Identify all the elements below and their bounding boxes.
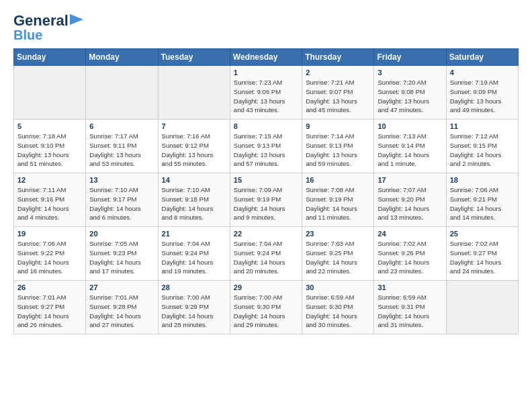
calendar-day-cell: 21Sunrise: 7:04 AM Sunset: 9:24 PM Dayli… [158, 227, 230, 281]
calendar-day-cell: 17Sunrise: 7:07 AM Sunset: 9:20 PM Dayli… [374, 173, 446, 227]
calendar-day-cell: 23Sunrise: 7:03 AM Sunset: 9:25 PM Dayli… [302, 227, 374, 281]
day-number: 19 [17, 230, 82, 238]
day-info: Sunrise: 7:06 AM Sunset: 9:21 PM Dayligh… [450, 185, 515, 222]
svg-marker-0 [70, 14, 83, 25]
day-info: Sunrise: 7:16 AM Sunset: 9:12 PM Dayligh… [162, 132, 226, 169]
calendar-day-cell: 28Sunrise: 7:00 AM Sunset: 9:29 PM Dayli… [158, 281, 230, 334]
calendar-day-cell: 24Sunrise: 7:02 AM Sunset: 9:26 PM Dayli… [374, 227, 446, 281]
day-number: 6 [89, 122, 154, 130]
calendar-day-cell: 2Sunrise: 7:21 AM Sunset: 9:07 PM Daylig… [302, 66, 374, 120]
calendar-day-cell: 7Sunrise: 7:16 AM Sunset: 9:12 PM Daylig… [158, 120, 230, 173]
day-info: Sunrise: 6:59 AM Sunset: 9:31 PM Dayligh… [378, 293, 442, 330]
calendar-day-cell: 3Sunrise: 7:20 AM Sunset: 9:08 PM Daylig… [374, 66, 446, 120]
day-of-week-header: Friday [374, 49, 446, 66]
calendar-day-cell: 16Sunrise: 7:08 AM Sunset: 9:19 PM Dayli… [302, 173, 374, 227]
calendar-day-cell: 9Sunrise: 7:14 AM Sunset: 9:13 PM Daylig… [302, 120, 374, 173]
day-info: Sunrise: 7:00 AM Sunset: 9:30 PM Dayligh… [234, 293, 298, 330]
calendar-day-cell: 20Sunrise: 7:05 AM Sunset: 9:23 PM Dayli… [86, 227, 158, 281]
calendar-day-cell: 13Sunrise: 7:10 AM Sunset: 9:17 PM Dayli… [86, 173, 158, 227]
day-number: 1 [234, 68, 298, 77]
logo-arrow-icon [70, 14, 83, 25]
calendar-day-cell: 18Sunrise: 7:06 AM Sunset: 9:21 PM Dayli… [446, 173, 518, 227]
day-number: 5 [17, 122, 82, 130]
calendar-table: SundayMondayTuesdayWednesdayThursdayFrid… [13, 48, 519, 334]
calendar-week-row: 19Sunrise: 7:06 AM Sunset: 9:22 PM Dayli… [14, 227, 519, 281]
calendar-day-cell: 26Sunrise: 7:01 AM Sunset: 9:27 PM Dayli… [14, 281, 86, 334]
day-number: 13 [89, 176, 154, 184]
calendar-day-cell [86, 66, 158, 120]
calendar-week-row: 5Sunrise: 7:18 AM Sunset: 9:10 PM Daylig… [14, 120, 519, 173]
calendar-day-cell: 6Sunrise: 7:17 AM Sunset: 9:11 PM Daylig… [86, 120, 158, 173]
day-number: 26 [17, 283, 82, 291]
day-of-week-header: Monday [86, 49, 158, 66]
calendar-day-cell: 29Sunrise: 7:00 AM Sunset: 9:30 PM Dayli… [230, 281, 302, 334]
day-info: Sunrise: 7:13 AM Sunset: 9:14 PM Dayligh… [378, 132, 442, 169]
day-number: 25 [450, 230, 515, 238]
day-number: 14 [162, 176, 226, 184]
day-info: Sunrise: 7:04 AM Sunset: 9:24 PM Dayligh… [162, 239, 226, 276]
calendar-day-cell: 22Sunrise: 7:04 AM Sunset: 9:24 PM Dayli… [230, 227, 302, 281]
day-info: Sunrise: 7:03 AM Sunset: 9:25 PM Dayligh… [306, 239, 370, 276]
day-info: Sunrise: 7:02 AM Sunset: 9:26 PM Dayligh… [378, 239, 442, 276]
day-of-week-header: Sunday [14, 49, 86, 66]
calendar-day-cell: 14Sunrise: 7:10 AM Sunset: 9:18 PM Dayli… [158, 173, 230, 227]
calendar-day-cell: 1Sunrise: 7:23 AM Sunset: 9:06 PM Daylig… [230, 66, 302, 120]
day-number: 31 [378, 283, 442, 291]
calendar-week-row: 26Sunrise: 7:01 AM Sunset: 9:27 PM Dayli… [14, 281, 519, 334]
day-of-week-header: Thursday [302, 49, 374, 66]
page-header: General Blue [13, 13, 519, 42]
calendar-day-cell: 10Sunrise: 7:13 AM Sunset: 9:14 PM Dayli… [374, 120, 446, 173]
calendar-day-cell: 12Sunrise: 7:11 AM Sunset: 9:16 PM Dayli… [14, 173, 86, 227]
calendar-day-cell: 15Sunrise: 7:09 AM Sunset: 9:19 PM Dayli… [230, 173, 302, 227]
day-number: 22 [234, 230, 298, 238]
day-of-week-header: Wednesday [230, 49, 302, 66]
day-info: Sunrise: 7:20 AM Sunset: 9:08 PM Dayligh… [378, 78, 442, 115]
day-number: 29 [234, 283, 298, 291]
logo: General Blue [13, 13, 83, 42]
day-of-week-header: Tuesday [158, 49, 230, 66]
day-number: 15 [234, 176, 298, 184]
day-number: 8 [234, 122, 298, 130]
calendar-header-row: SundayMondayTuesdayWednesdayThursdayFrid… [14, 49, 519, 66]
calendar-day-cell [14, 66, 86, 120]
calendar-day-cell: 25Sunrise: 7:02 AM Sunset: 9:27 PM Dayli… [446, 227, 518, 281]
day-info: Sunrise: 7:01 AM Sunset: 9:28 PM Dayligh… [89, 293, 154, 330]
day-number: 30 [306, 283, 370, 291]
day-number: 7 [162, 122, 226, 130]
day-number: 27 [89, 283, 154, 291]
day-info: Sunrise: 7:15 AM Sunset: 9:13 PM Dayligh… [234, 132, 298, 169]
calendar-week-row: 12Sunrise: 7:11 AM Sunset: 9:16 PM Dayli… [14, 173, 519, 227]
day-info: Sunrise: 7:21 AM Sunset: 9:07 PM Dayligh… [306, 78, 370, 115]
calendar-week-row: 1Sunrise: 7:23 AM Sunset: 9:06 PM Daylig… [14, 66, 519, 120]
calendar-day-cell: 31Sunrise: 6:59 AM Sunset: 9:31 PM Dayli… [374, 281, 446, 334]
day-number: 12 [17, 176, 82, 184]
day-number: 17 [378, 176, 442, 184]
day-info: Sunrise: 7:01 AM Sunset: 9:27 PM Dayligh… [17, 293, 82, 330]
day-info: Sunrise: 6:59 AM Sunset: 9:30 PM Dayligh… [306, 293, 370, 330]
day-info: Sunrise: 7:09 AM Sunset: 9:19 PM Dayligh… [234, 185, 298, 222]
day-number: 4 [450, 68, 515, 77]
day-info: Sunrise: 7:10 AM Sunset: 9:17 PM Dayligh… [89, 185, 154, 222]
calendar-day-cell: 5Sunrise: 7:18 AM Sunset: 9:10 PM Daylig… [14, 120, 86, 173]
day-number: 9 [306, 122, 370, 130]
day-number: 3 [378, 68, 442, 77]
day-info: Sunrise: 7:19 AM Sunset: 9:09 PM Dayligh… [450, 78, 515, 115]
day-number: 16 [306, 176, 370, 184]
day-info: Sunrise: 7:14 AM Sunset: 9:13 PM Dayligh… [306, 132, 370, 169]
calendar-day-cell [446, 281, 518, 334]
calendar-day-cell: 8Sunrise: 7:15 AM Sunset: 9:13 PM Daylig… [230, 120, 302, 173]
calendar-day-cell: 30Sunrise: 6:59 AM Sunset: 9:30 PM Dayli… [302, 281, 374, 334]
day-of-week-header: Saturday [446, 49, 518, 66]
day-number: 11 [450, 122, 515, 130]
day-info: Sunrise: 7:02 AM Sunset: 9:27 PM Dayligh… [450, 239, 515, 276]
day-info: Sunrise: 7:23 AM Sunset: 9:06 PM Dayligh… [234, 78, 298, 115]
calendar-day-cell: 27Sunrise: 7:01 AM Sunset: 9:28 PM Dayli… [86, 281, 158, 334]
day-info: Sunrise: 7:11 AM Sunset: 9:16 PM Dayligh… [17, 185, 82, 222]
day-number: 23 [306, 230, 370, 238]
day-info: Sunrise: 7:10 AM Sunset: 9:18 PM Dayligh… [162, 185, 226, 222]
day-info: Sunrise: 7:04 AM Sunset: 9:24 PM Dayligh… [234, 239, 298, 276]
logo-text: General [13, 13, 69, 28]
day-number: 21 [162, 230, 226, 238]
day-info: Sunrise: 7:08 AM Sunset: 9:19 PM Dayligh… [306, 185, 370, 222]
day-info: Sunrise: 7:07 AM Sunset: 9:20 PM Dayligh… [378, 185, 442, 222]
